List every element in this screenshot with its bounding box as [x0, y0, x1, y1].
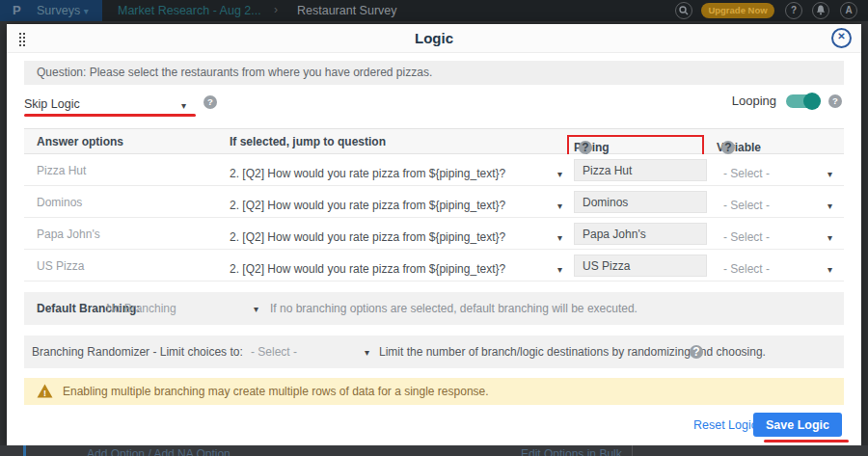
toggle-knob [803, 93, 821, 110]
help-button[interactable]: ? [785, 2, 802, 19]
jump-question-value: 2. [Q2] How would you rate pizza from ${… [230, 230, 505, 244]
jump-question-dropdown[interactable]: 2. [Q2] How would you rate pizza from ${… [230, 196, 562, 213]
breadcrumb-survey[interactable]: Restaurant Survey [297, 4, 397, 17]
edit-options-bulk-link: Edit Options in Bulk [521, 447, 622, 456]
jump-question-value: 2. [Q2] How would you rate pizza from ${… [230, 262, 505, 276]
warning-banner: ! Enabling multiple branching may create… [24, 378, 844, 405]
add-option-link: Add Option / Add NA Option [87, 447, 231, 456]
breadcrumb-separator-icon: › [274, 3, 278, 16]
chevron-down-icon [557, 228, 562, 245]
default-branching-hint: If no branching options are selected, de… [270, 302, 637, 315]
variable-assignment-value: - Select - [723, 167, 770, 180]
variable-assignment-value: - Select - [723, 262, 770, 276]
looping-label: Looping [732, 94, 776, 108]
modal-title: Logic [7, 24, 861, 53]
chevron-down-icon [827, 259, 832, 277]
chevron-down-icon [557, 196, 562, 213]
variable-assignment-dropdown[interactable]: - Select - [723, 164, 834, 181]
chevron-down-icon [84, 4, 89, 17]
breadcrumb-folder[interactable]: Market Research - Aug 2... [118, 4, 261, 17]
jump-question-dropdown[interactable]: 2. [Q2] How would you rate pizza from ${… [230, 259, 562, 277]
looping-toggle[interactable] [786, 94, 819, 108]
help-icon[interactable]: ? [690, 345, 703, 359]
warning-icon: ! [37, 384, 53, 398]
surveys-menu-label: Surveys [37, 4, 80, 17]
search-icon [679, 6, 689, 15]
table-row: Pizza Hut 2. [Q2] How would you rate piz… [24, 154, 844, 186]
surveys-menu[interactable]: Surveys [37, 4, 89, 17]
jump-question-value: 2. [Q2] How would you rate pizza from ${… [230, 199, 505, 212]
answer-option-label: US Pizza [37, 259, 84, 273]
help-icon[interactable]: ? [203, 95, 217, 109]
answer-option-label: Papa John's [37, 228, 100, 241]
chevron-down-icon [557, 164, 562, 181]
help-icon[interactable]: ? [721, 141, 735, 154]
variable-assignment-value: - Select - [723, 230, 770, 244]
piping-text-input[interactable] [574, 223, 707, 245]
search-button[interactable] [675, 2, 692, 19]
randomizer-dropdown[interactable]: - Select - [251, 345, 297, 359]
bell-icon [816, 5, 826, 15]
question-banner: Question: Please select the restaurants … [24, 61, 844, 85]
randomizer-hint: Limit the number of branch/logic destina… [379, 345, 766, 359]
branching-randomizer-bar: Branching Randomizer - Limit choices to:… [24, 335, 844, 368]
help-icon[interactable]: ? [828, 94, 842, 108]
avatar[interactable]: A [840, 2, 857, 19]
warning-text: Enabling multiple branching may create m… [63, 385, 489, 398]
piping-text-input[interactable] [574, 191, 707, 213]
piping-text-input[interactable] [574, 159, 707, 181]
randomizer-label: Branching Randomizer - Limit choices to: [32, 345, 243, 359]
table-row: Papa John's 2. [Q2] How would you rate p… [24, 218, 844, 250]
header-jump-to-question: If selected, jump to question [230, 135, 386, 148]
logic-modal: Logic Question: Please select the restau… [7, 24, 861, 445]
svg-text:!: ! [43, 389, 46, 398]
jump-question-dropdown[interactable]: 2. [Q2] How would you rate pizza from ${… [230, 164, 562, 181]
table-row: Dominos 2. [Q2] How would you rate pizza… [24, 186, 844, 218]
variable-assignment-dropdown[interactable]: - Select - [723, 228, 834, 245]
chevron-down-icon [827, 228, 832, 245]
piping-text-input[interactable] [574, 255, 707, 277]
chevron-down-icon[interactable] [254, 302, 258, 315]
looping-control: Looping ? [732, 94, 842, 108]
save-logic-button[interactable]: Save Logic [753, 413, 842, 437]
jump-question-dropdown[interactable]: 2. [Q2] How would you rate pizza from ${… [230, 228, 562, 245]
answer-option-label: Dominos [37, 196, 82, 209]
chevron-down-icon [557, 259, 562, 277]
jump-question-value: 2. [Q2] How would you rate pizza from ${… [230, 167, 505, 180]
dimmed-page-strip: Add Option / Add NA Option Edit Options … [0, 445, 868, 456]
default-branching-dropdown[interactable]: No Branching [106, 302, 176, 315]
header-answer-options: Answer options [37, 135, 123, 148]
question-selection-border [23, 445, 26, 456]
table-row: US Pizza 2. [Q2] How would you rate pizz… [24, 250, 844, 282]
close-icon[interactable] [831, 28, 852, 48]
variable-assignment-dropdown[interactable]: - Select - [723, 196, 834, 213]
top-navigation-bar: P Surveys Market Research - Aug 2... › R… [0, 0, 868, 21]
logo-block: P Surveys [0, 0, 102, 21]
variable-assignment-value: - Select - [723, 199, 770, 212]
questionpro-logo: P [13, 3, 21, 17]
chevron-down-icon [827, 164, 832, 181]
logic-table: Answer options If selected, jump to ques… [24, 128, 844, 282]
drag-handle-icon[interactable] [18, 32, 26, 46]
modal-header: Logic [7, 24, 861, 53]
answer-option-label: Pizza Hut [37, 164, 86, 177]
reset-logic-link[interactable]: Reset Logic [693, 418, 757, 432]
logic-type-dropdown[interactable]: Skip Logic [24, 94, 190, 114]
default-branching-bar: Default Branching: No Branching If no br… [24, 292, 844, 325]
annotation-underline-skip-logic [24, 114, 196, 117]
chevron-down-icon [827, 196, 832, 213]
logic-type-value: Skip Logic [24, 97, 80, 111]
annotation-underline-save-logic [764, 440, 849, 443]
chevron-down-icon [181, 95, 186, 113]
upgrade-now-button[interactable]: Upgrade Now [701, 3, 774, 18]
table-divider [632, 445, 633, 456]
chevron-down-icon[interactable] [365, 345, 369, 359]
table-header-row: Answer options If selected, jump to ques… [24, 128, 844, 154]
notifications-button[interactable] [812, 2, 829, 19]
variable-assignment-dropdown[interactable]: - Select - [723, 259, 834, 277]
